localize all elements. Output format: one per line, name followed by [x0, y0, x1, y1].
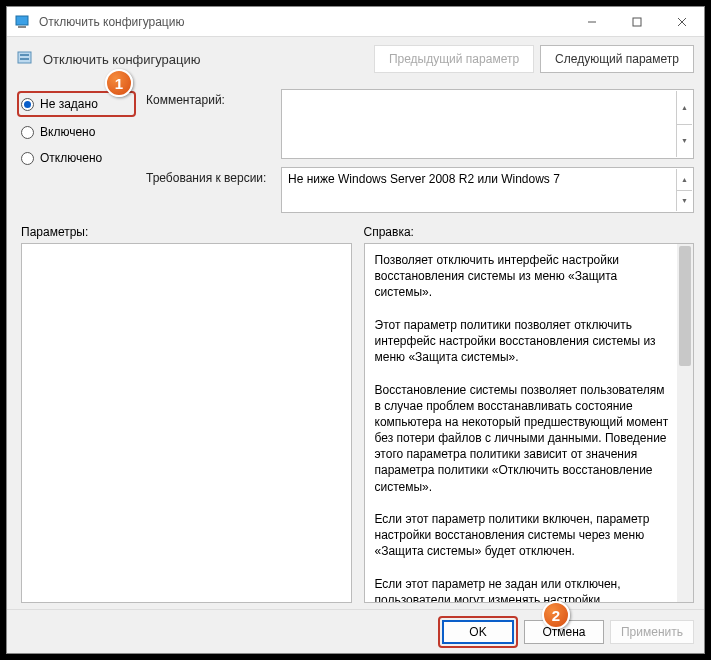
policy-title: Отключить конфигурацию: [43, 52, 201, 67]
svg-rect-3: [633, 18, 641, 26]
requirements-text: Не ниже Windows Server 2008 R2 или Windo…: [288, 172, 560, 186]
radio-indicator-icon: [21, 98, 34, 111]
options-label: Параметры:: [21, 225, 352, 239]
next-setting-button[interactable]: Следующий параметр: [540, 45, 694, 73]
step-badge-2: 2: [542, 601, 570, 629]
options-column: Параметры:: [21, 225, 352, 603]
footer: OK Отмена Применить: [7, 609, 704, 653]
lower-panel: Параметры: Справка: Позволяет отключить …: [7, 217, 704, 609]
help-label: Справка:: [364, 225, 695, 239]
radio-label: Включено: [40, 125, 95, 139]
upper-panel: Не задано Включено Отключено Комментарий…: [7, 81, 704, 217]
comment-input[interactable]: ▲▼: [281, 89, 694, 159]
comment-spinner[interactable]: ▲▼: [676, 91, 692, 157]
ok-button[interactable]: OK: [442, 620, 514, 644]
titlebar: Отключить конфигурацию: [7, 7, 704, 37]
radio-label: Не задано: [40, 97, 98, 111]
radio-enabled[interactable]: Включено: [21, 121, 136, 143]
apply-button[interactable]: Применить: [610, 620, 694, 644]
state-radio-group: Не задано Включено Отключено: [21, 89, 136, 213]
radio-label: Отключено: [40, 151, 102, 165]
step-badge-1: 1: [105, 69, 133, 97]
svg-rect-6: [18, 52, 31, 63]
requirements-label: Требования к версии:: [146, 167, 281, 185]
fields-grid: Комментарий: ▲▼ Требования к версии: Не …: [146, 89, 694, 213]
previous-setting-button[interactable]: Предыдущий параметр: [374, 45, 534, 73]
radio-indicator-icon: [21, 126, 34, 139]
radio-indicator-icon: [21, 152, 34, 165]
close-button[interactable]: [659, 7, 704, 37]
svg-rect-7: [20, 54, 29, 56]
requirements-spinner[interactable]: ▲▼: [676, 169, 692, 211]
scrollbar-thumb[interactable]: [679, 246, 691, 366]
window-title: Отключить конфигурацию: [39, 15, 184, 29]
radio-disabled[interactable]: Отключено: [21, 147, 136, 169]
help-column: Справка: Позволяет отключить интерфейс н…: [364, 225, 695, 603]
spinner-up-icon[interactable]: ▲: [676, 91, 692, 125]
svg-rect-0: [16, 16, 28, 25]
dialog-window: 1 2 Отключить конфигурацию Отключить кон…: [6, 6, 705, 654]
comment-label: Комментарий:: [146, 89, 281, 107]
policy-header-icon: [17, 50, 35, 68]
svg-rect-8: [20, 58, 29, 60]
minimize-button[interactable]: [569, 7, 614, 37]
policy-icon: [15, 14, 31, 30]
help-text: Позволяет отключить интерфейс настройки …: [365, 244, 694, 602]
ok-highlight: OK: [438, 616, 518, 648]
spinner-down-icon[interactable]: ▼: [676, 125, 692, 158]
help-scrollbar[interactable]: [677, 244, 693, 602]
requirements-box: Не ниже Windows Server 2008 R2 или Windo…: [281, 167, 694, 213]
help-box: Позволяет отключить интерфейс настройки …: [364, 243, 695, 603]
spinner-up-icon[interactable]: ▲: [676, 169, 692, 191]
maximize-button[interactable]: [614, 7, 659, 37]
spinner-down-icon[interactable]: ▼: [676, 191, 692, 212]
window-controls: [569, 7, 704, 37]
options-listbox[interactable]: [21, 243, 352, 603]
svg-rect-1: [18, 26, 26, 28]
